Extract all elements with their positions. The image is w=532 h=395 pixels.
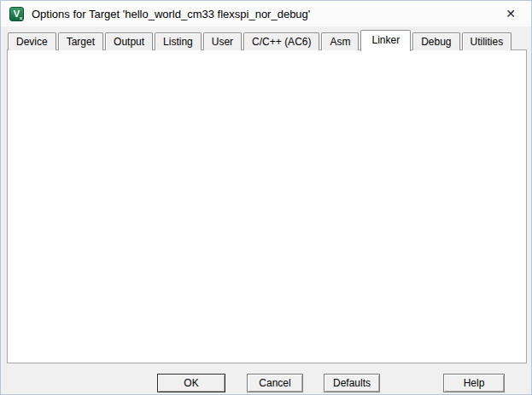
tab-utilities[interactable]: Utilities xyxy=(462,32,512,50)
tab-device[interactable]: Device xyxy=(8,32,56,50)
close-icon[interactable]: ✕ xyxy=(502,7,519,20)
tab-output[interactable]: Output xyxy=(105,32,153,50)
tab-strip: Device Target Output Listing User C/C++ … xyxy=(8,29,513,50)
linker-tab-page xyxy=(7,49,527,363)
uvision-logo-icon: V s xyxy=(9,7,24,21)
tab-user[interactable]: User xyxy=(203,32,242,50)
dialog-title: Options for Target 'hello_world_cm33 fle… xyxy=(32,8,310,20)
help-button[interactable]: Help xyxy=(443,374,505,392)
defaults-button[interactable]: Defaults xyxy=(324,374,380,392)
tab-linker[interactable]: Linker xyxy=(360,30,411,51)
tab-target[interactable]: Target xyxy=(58,32,103,50)
cancel-button[interactable]: Cancel xyxy=(247,374,303,392)
tab-debug[interactable]: Debug xyxy=(412,32,459,50)
ok-button[interactable]: OK xyxy=(157,374,225,392)
options-dialog: V s Options for Target 'hello_world_cm33… xyxy=(0,0,532,395)
title-bar: V s Options for Target 'hello_world_cm33… xyxy=(1,1,531,26)
tab-cpp-ac6[interactable]: C/C++ (AC6) xyxy=(243,32,319,50)
tab-listing[interactable]: Listing xyxy=(155,32,202,50)
uvision-logo-sub: s xyxy=(20,15,22,20)
tab-asm[interactable]: Asm xyxy=(321,32,359,50)
